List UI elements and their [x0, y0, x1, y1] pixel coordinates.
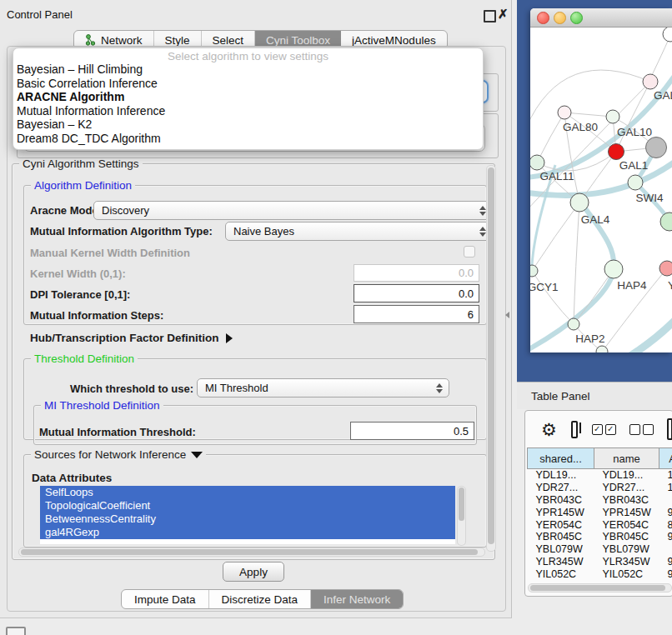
mi-steps-field[interactable]: 6	[354, 305, 479, 323]
network-icon	[85, 34, 96, 46]
cyni-bottom-tabbar: Impute Data Discretize Data Infer Networ…	[121, 589, 404, 609]
column-header-name[interactable]: name	[594, 448, 659, 469]
mi-type-combo[interactable]: Naive Bayes	[225, 222, 493, 241]
node-label: GAL10	[617, 126, 652, 138]
node-label: GAL80	[563, 121, 598, 133]
close-icon[interactable]: ✗	[498, 7, 509, 22]
node[interactable]	[643, 74, 658, 89]
node-hap2[interactable]	[568, 318, 579, 330]
show-columns-icon[interactable]: ✓✓	[592, 424, 616, 435]
tab-network-label: Network	[101, 34, 143, 47]
dropdown-item-mutual-information[interactable]: Mutual Information Inference	[13, 104, 483, 118]
threshold-definition-title: Threshold Definition	[31, 352, 138, 365]
table-panel-card: ⚙ ✓✓ shared... name A YDL19...YDL19...13	[524, 410, 672, 597]
node-swi4[interactable]	[628, 175, 643, 190]
settings-vertical-scrollbar[interactable]	[486, 165, 496, 552]
mi-threshold-group-title: MI Threshold Definition	[41, 399, 163, 412]
list-item[interactable]: gal4RGexp	[40, 526, 455, 539]
node[interactable]	[663, 28, 672, 42]
tab-discretize-data[interactable]: Discretize Data	[209, 590, 312, 608]
node-label: GAL	[654, 89, 672, 102]
node-label: Y	[668, 279, 672, 292]
float-window-icon[interactable]	[484, 10, 496, 22]
network-canvas[interactable]: GAL GAL80 GAL10 GAL1 GAL11 SWI4 GAL4 GCY…	[530, 28, 672, 352]
column-header-partial[interactable]: A	[659, 448, 672, 469]
node-gray[interactable]	[646, 138, 667, 158]
which-threshold-label: Which threshold to use:	[70, 382, 193, 395]
table-toolbar: ⚙ ✓✓	[525, 411, 672, 448]
aracne-mode-combo[interactable]: Discovery	[93, 201, 493, 220]
dropdown-item-bayesian-k2[interactable]: Bayesian – K2	[13, 118, 483, 132]
split-columns-icon[interactable]	[571, 421, 578, 438]
node[interactable]	[660, 212, 672, 231]
table-horizontal-scrollbar[interactable]	[528, 583, 672, 592]
minimized-panel-icon[interactable]	[6, 627, 26, 635]
panel-splitter-handle[interactable]	[505, 312, 509, 318]
node-hap4[interactable]	[604, 260, 623, 278]
combo-arrows-icon	[436, 383, 443, 393]
algorithm-definition-title: Algorithm Definition	[31, 179, 135, 192]
dropdown-item-basic-correlation[interactable]: Basic Correlation Inference	[13, 77, 483, 91]
kernel-width-label: Kernel Width (0,1):	[30, 268, 126, 280]
list-item[interactable]: BetweennessCentrality	[40, 512, 455, 526]
control-panel-window: Control Panel ✗ Network Style Select Cyn…	[0, 0, 512, 618]
mi-type-label: Mutual Information Algorithm Type:	[30, 225, 213, 238]
table-row[interactable]: YER054CYER054C8.	[528, 518, 672, 531]
manual-kernel-checkbox[interactable]	[464, 246, 475, 258]
apply-button[interactable]: Apply	[223, 562, 284, 582]
zoom-traffic-light-icon[interactable]	[570, 12, 583, 24]
dropdown-item-bayesian-hill-climbing[interactable]: Bayesian – Hill Climbing	[13, 62, 483, 77]
data-attributes-label: Data Attributes	[32, 472, 112, 484]
tab-impute-data[interactable]: Impute Data	[122, 590, 209, 608]
column-header-shared-name[interactable]: shared...	[528, 448, 594, 469]
aracne-mode-label: Aracne Mode:	[30, 204, 102, 217]
node-gcy1[interactable]	[530, 265, 538, 277]
list-vertical-scrollbar[interactable]	[457, 486, 466, 546]
list-item[interactable]: TopologicalCoefficient	[40, 499, 455, 512]
which-threshold-combo[interactable]: MI Threshold	[197, 378, 449, 398]
table-row[interactable]: YIL052CYIL052C9	[528, 568, 672, 580]
kernel-width-field[interactable]: 0.0	[354, 264, 479, 282]
mi-threshold-label: Mutual Information Threshold:	[39, 426, 196, 438]
network-window-titlebar[interactable]	[530, 8, 672, 28]
table-row[interactable]: YDR27...YDR27...12	[528, 482, 672, 494]
dropdown-item-aracne[interactable]: ARACNE Algorithm	[13, 90, 483, 104]
window-title: Control Panel	[7, 8, 73, 21]
node-label: GAL4	[581, 213, 610, 226]
collapse-down-icon	[191, 452, 203, 458]
table-row[interactable]: YLR345WYLR345W9.	[528, 556, 672, 568]
node-gal80[interactable]	[558, 106, 571, 119]
table-panel-titlebar: Table Panel	[517, 382, 672, 409]
gear-icon[interactable]: ⚙	[541, 421, 557, 438]
node-gal1-red[interactable]	[609, 144, 624, 160]
table-row[interactable]: YPR145WYPR145W9.	[528, 506, 672, 518]
table-row[interactable]: YBR043CYBR043C	[528, 494, 672, 507]
node-gal4[interactable]	[570, 193, 589, 212]
table-row[interactable]: YBR045CYBR045C9.	[528, 531, 672, 543]
list-item[interactable]: SelfLoops	[40, 486, 455, 499]
hide-columns-icon[interactable]	[629, 424, 654, 435]
expand-right-icon	[226, 333, 233, 343]
network-graph: GAL GAL80 GAL10 GAL1 GAL11 SWI4 GAL4 GCY…	[530, 28, 672, 352]
sources-group-title[interactable]: Sources for Network Inference	[31, 448, 206, 461]
network-view-window: GAL GAL80 GAL10 GAL1 GAL11 SWI4 GAL4 GCY…	[530, 8, 672, 352]
mi-threshold-field[interactable]: 0.5	[350, 422, 474, 440]
node-gal11[interactable]	[530, 155, 544, 170]
node-pink[interactable]	[659, 261, 672, 276]
dpi-tolerance-label: DPI Tolerance [0,1]:	[30, 288, 130, 301]
node-gal10[interactable]	[606, 110, 619, 123]
export-table-icon[interactable]	[667, 418, 672, 440]
close-traffic-light-icon[interactable]	[537, 12, 549, 24]
tab-infer-network[interactable]: Infer Network	[311, 590, 403, 608]
settings-horizontal-scrollbar[interactable]	[18, 548, 485, 557]
table-row[interactable]: YDL19...YDL19...13	[528, 469, 672, 482]
minimize-traffic-light-icon[interactable]	[554, 12, 566, 24]
node-label: GCY1	[530, 281, 558, 293]
combo-arrows-icon	[479, 206, 486, 216]
hub-definition-toggle[interactable]: Hub/Transcription Factor Definition	[30, 332, 233, 344]
table-row[interactable]: YBL079WYBL079W	[528, 543, 672, 556]
dpi-tolerance-field[interactable]: 0.0	[354, 284, 479, 302]
dropdown-item-dream8[interactable]: Dream8 DC_TDC Algorithm	[13, 132, 483, 146]
manual-kernel-label: Manual Kernel Width Definition	[30, 247, 190, 259]
combo-arrows-icon	[479, 227, 486, 237]
